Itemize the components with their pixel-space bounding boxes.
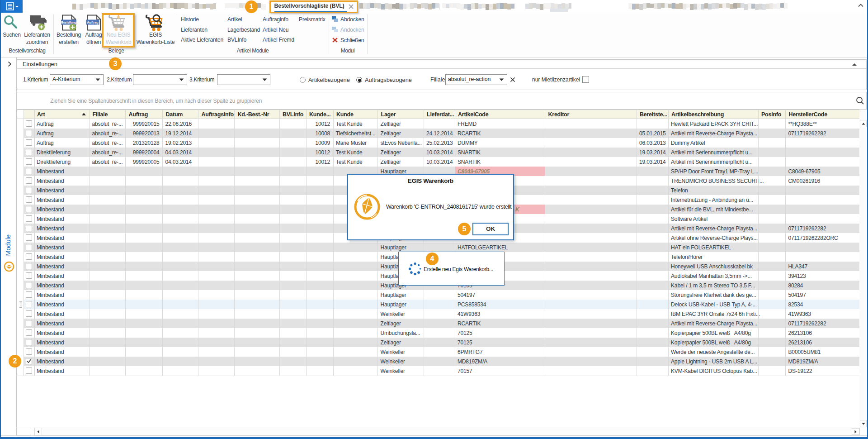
svg-text:Auftrag: Auftrag <box>87 21 99 24</box>
